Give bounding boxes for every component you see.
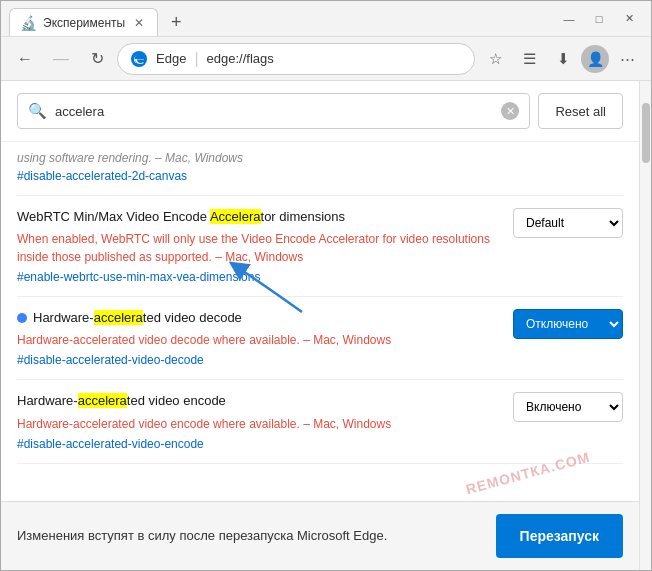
flag-desc-hw-encode: Hardware-accelerated video encode where … [17, 415, 501, 433]
flag-title-highlight-1: Accelera [210, 209, 261, 224]
flag-top-link[interactable]: #disable-accelerated-2d-canvas [17, 169, 623, 183]
flag-title-before-3: Hardware- [17, 393, 78, 408]
restart-button[interactable]: Перезапуск [496, 514, 623, 558]
tab-title: Эксперименты [43, 16, 125, 30]
back-button[interactable]: ← [9, 43, 41, 75]
flag-title-webrtc: WebRTC Min/Max Video Encode Accelerator … [17, 208, 501, 226]
search-bar: 🔍 ✕ Reset all [1, 81, 639, 142]
search-input-wrapper[interactable]: 🔍 ✕ [17, 93, 530, 129]
flag-desc-hw-decode: Hardware-accelerated video decode where … [17, 331, 501, 349]
active-tab[interactable]: 🔬 Эксперименты ✕ [9, 8, 158, 36]
flags-content: 🔍 ✕ Reset all using software rendering. … [1, 81, 639, 570]
flag-link-hw-encode[interactable]: #disable-accelerated-video-encode [17, 437, 501, 451]
collections-button[interactable]: ☰ [513, 43, 545, 75]
tab-area: 🔬 Эксперименты ✕ + [9, 1, 547, 36]
content-area: 🔍 ✕ Reset all using software rendering. … [1, 81, 651, 570]
flag-info-hw-encode: Hardware-accelerated video encode Hardwa… [17, 392, 501, 450]
favorites-button[interactable]: ☆ [479, 43, 511, 75]
flag-desc-webrtc: When enabled, WebRTC will only use the V… [17, 230, 501, 266]
flag-control-hw-decode[interactable]: Отключено Включено Default [513, 309, 623, 339]
tab-close-button[interactable]: ✕ [131, 15, 147, 31]
close-button[interactable]: ✕ [615, 5, 643, 33]
restart-notice-text: Изменения вступят в силу после перезапус… [17, 526, 480, 546]
flag-info-webrtc: WebRTC Min/Max Video Encode Accelerator … [17, 208, 501, 284]
flag-control-webrtc[interactable]: Default Enabled Disabled [513, 208, 623, 238]
url-separator: | [194, 50, 198, 68]
search-input[interactable] [55, 104, 493, 119]
flag-link-webrtc[interactable]: #enable-webrtc-use-min-max-vea-dimension… [17, 270, 501, 284]
flags-list: using software rendering. – Mac, Windows… [1, 142, 639, 501]
flag-title-after-1: tor dimensions [261, 209, 346, 224]
address-bar[interactable]: Edge | edge://flags [117, 43, 475, 75]
minimize-button[interactable]: — [555, 5, 583, 33]
flag-item-top: using software rendering. – Mac, Windows… [17, 142, 623, 196]
flag-info-hw-decode: Hardware-accelerated video decode Hardwa… [17, 309, 501, 367]
nav-action-buttons: ☆ ☰ ⬇ 👤 ⋯ [479, 43, 643, 75]
flag-title-highlight-2: accelera [94, 310, 143, 325]
flag-title-after-2: ted video decode [143, 310, 242, 325]
forward-button: — [45, 43, 77, 75]
maximize-button[interactable]: □ [585, 5, 613, 33]
tab-icon: 🔬 [20, 15, 37, 31]
search-icon: 🔍 [28, 102, 47, 120]
refresh-button[interactable]: ↻ [81, 43, 113, 75]
navigation-bar: ← — ↻ Edge | edge://flags ☆ ☰ ⬇ 👤 ⋯ [1, 37, 651, 81]
flag-title-highlight-3: accelera [78, 393, 127, 408]
downloads-button[interactable]: ⬇ [547, 43, 579, 75]
new-tab-button[interactable]: + [162, 8, 190, 36]
edge-text-label: Edge [156, 51, 186, 66]
more-button[interactable]: ⋯ [611, 43, 643, 75]
flag-item-webrtc: WebRTC Min/Max Video Encode Accelerator … [17, 196, 623, 297]
flag-title-after-3: ted video encode [127, 393, 226, 408]
url-display: edge://flags [207, 51, 462, 66]
flag-title-hw-encode: Hardware-accelerated video encode [17, 392, 501, 410]
reset-all-button[interactable]: Reset all [538, 93, 623, 129]
flag-item-hw-encode: Hardware-accelerated video encode Hardwa… [17, 380, 623, 463]
profile-button[interactable]: 👤 [581, 45, 609, 73]
flag-control-hw-encode[interactable]: Включено Отключено Default [513, 392, 623, 422]
window-controls: — □ ✕ [555, 5, 643, 33]
scroll-thumb[interactable] [642, 103, 650, 163]
bottom-bar: Изменения вступят в силу после перезапус… [1, 501, 639, 570]
flag-title-hw-decode: Hardware-accelerated video decode [17, 309, 501, 327]
edge-logo-icon [130, 50, 148, 68]
flag-select-hw-decode[interactable]: Отключено Включено Default [513, 309, 623, 339]
clear-search-button[interactable]: ✕ [501, 102, 519, 120]
flag-select-webrtc[interactable]: Default Enabled Disabled [513, 208, 623, 238]
title-bar: 🔬 Эксперименты ✕ + — □ ✕ [1, 1, 651, 37]
flag-top-text: using software rendering. – Mac, Windows [17, 151, 243, 165]
flag-bullet-icon [17, 313, 27, 323]
flag-link-hw-decode[interactable]: #disable-accelerated-video-decode [17, 353, 501, 367]
browser-window: 🔬 Эксперименты ✕ + — □ ✕ ← — ↻ Edge [0, 0, 652, 571]
scrollbar[interactable] [639, 81, 651, 570]
flag-title-before-2: Hardware- [33, 310, 94, 325]
flag-title-before-1: WebRTC Min/Max Video Encode [17, 209, 210, 224]
flag-select-hw-encode[interactable]: Включено Отключено Default [513, 392, 623, 422]
flag-item-hw-decode: Hardware-accelerated video decode Hardwa… [17, 297, 623, 380]
